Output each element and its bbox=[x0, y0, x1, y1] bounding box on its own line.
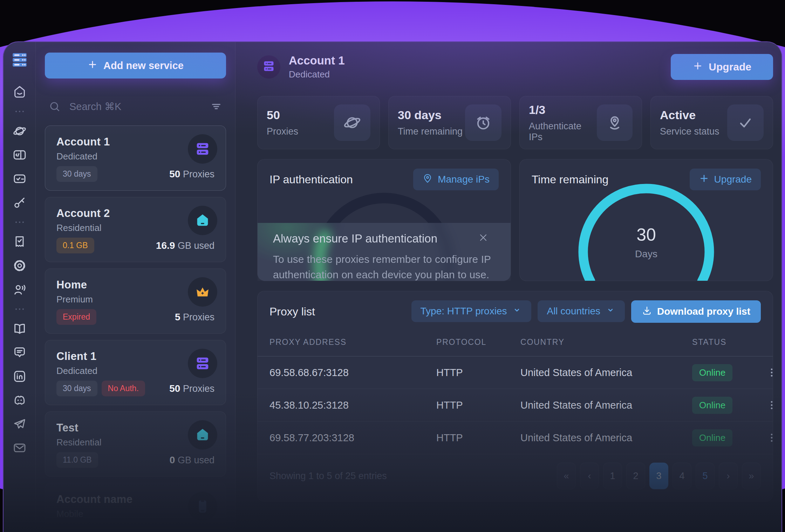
proxy-list-card: Proxy list Type: HTTP proxies All countr… bbox=[257, 291, 773, 502]
rail-item-linkedin[interactable] bbox=[12, 369, 28, 384]
protocol-cell: HTTP bbox=[436, 400, 520, 411]
country-filter-dropdown[interactable]: All countries bbox=[538, 300, 625, 322]
servers-purple-icon bbox=[262, 60, 275, 74]
status-badge: Online bbox=[692, 429, 732, 446]
pagination-page-button[interactable]: 3 bbox=[649, 463, 668, 489]
rail-item-email[interactable] bbox=[12, 441, 28, 456]
rail-item-ellipsis bbox=[12, 219, 28, 226]
discord-icon bbox=[13, 393, 27, 408]
linkedin-icon bbox=[13, 369, 27, 384]
rail-item-discord[interactable] bbox=[12, 393, 28, 408]
stat-value: Active bbox=[660, 108, 719, 122]
add-new-service-button[interactable]: Add new service bbox=[45, 53, 226, 79]
main-panel: Account 1 Dedicated Upgrade 50 Proxies 3… bbox=[235, 42, 781, 532]
service-badge: 0.1 GB bbox=[56, 238, 94, 253]
stat-label: Authenticate IPs bbox=[529, 121, 597, 143]
add-new-service-label: Add new service bbox=[103, 60, 184, 71]
type-filter-dropdown[interactable]: Type: HTTP proxies bbox=[411, 300, 532, 322]
plus-icon bbox=[692, 61, 703, 74]
manage-ips-button[interactable]: Manage iPs bbox=[413, 169, 499, 190]
upgrade-button[interactable]: Upgrade bbox=[671, 54, 773, 80]
service-badge: 30 days bbox=[56, 381, 97, 396]
proxy-address-cell: 69.58.77.203:3128 bbox=[258, 432, 436, 444]
stat-cards-row: 50 Proxies 30 days Time remaining 1/3 Au… bbox=[257, 96, 773, 149]
proxy-list-controls: Type: HTTP proxies All countries Downloa… bbox=[411, 300, 761, 323]
alarm-clock-icon bbox=[465, 104, 501, 141]
column-header: COUNTRY bbox=[520, 337, 692, 347]
rail-item-settings-gear[interactable] bbox=[12, 259, 28, 273]
proxy-address-cell: 45.38.10.25:3128 bbox=[258, 400, 436, 411]
search-icon bbox=[48, 100, 61, 113]
row-menu-button[interactable] bbox=[766, 367, 778, 378]
service-card[interactable]: Test Residential 11.0 GB0 GB used bbox=[45, 411, 226, 477]
task-check-icon bbox=[13, 172, 27, 187]
upgrade-small-button[interactable]: Upgrade bbox=[690, 169, 761, 190]
home-icon bbox=[13, 85, 27, 100]
ellipsis-icon bbox=[14, 216, 26, 229]
country-filter-label: All countries bbox=[547, 306, 600, 317]
close-notice-button[interactable] bbox=[478, 232, 489, 244]
ip-auth-notice-toast: Always ensure IP authentication To use t… bbox=[258, 223, 511, 281]
download-icon bbox=[642, 305, 652, 318]
rail-item-telegram[interactable] bbox=[12, 417, 28, 432]
phone-muted-icon bbox=[188, 492, 217, 521]
service-card[interactable]: Account name Mobile bbox=[45, 483, 226, 532]
pagination-page-button[interactable]: 5 bbox=[696, 463, 715, 489]
rail-item-code-panel[interactable] bbox=[12, 148, 28, 163]
rail-item-home[interactable] bbox=[12, 85, 28, 100]
rail-item-support-voice[interactable] bbox=[12, 282, 28, 297]
chevron-down-icon bbox=[605, 305, 616, 318]
pagination-nav-button[interactable]: ‹ bbox=[580, 463, 599, 489]
service-card[interactable]: Account 1 Dedicated 30 days50 Proxies bbox=[45, 125, 226, 191]
table-footer: Showing 1 to 5 of 25 entries «‹12345›» bbox=[258, 454, 773, 499]
service-card[interactable]: Account 2 Residential 0.1 GB16.9 GB used bbox=[45, 197, 226, 262]
ip-authentication-card: IP authentication Manage iPs Always ensu… bbox=[257, 159, 511, 281]
stat-value: 1/3 bbox=[529, 103, 597, 117]
crown-orange-icon bbox=[188, 277, 217, 307]
service-card[interactable]: Client 1 Dedicated 30 daysNo Auth.50 Pro… bbox=[45, 340, 226, 405]
rail-item-key[interactable] bbox=[12, 196, 28, 210]
rail-item-receipt-check[interactable] bbox=[12, 235, 28, 250]
row-menu-button[interactable] bbox=[766, 399, 778, 411]
account-avatar bbox=[257, 55, 280, 79]
proxy-address-cell: 69.58.68.67:3128 bbox=[258, 367, 436, 378]
planet-icon bbox=[13, 124, 27, 139]
email-icon bbox=[13, 441, 27, 456]
rail-item-chat-bubble[interactable] bbox=[12, 346, 28, 360]
time-remaining-card: Time remaining Upgrade 30 Days bbox=[519, 159, 773, 281]
pagination-page-button[interactable]: 2 bbox=[626, 463, 645, 489]
rail-item-docs-book[interactable] bbox=[12, 322, 28, 336]
settings-gear-icon bbox=[13, 259, 27, 274]
service-badge: 11.0 GB bbox=[56, 452, 98, 468]
pagination-nav-button[interactable]: « bbox=[557, 463, 576, 489]
rail-item-task-check[interactable] bbox=[12, 172, 28, 186]
type-filter-label: Type: HTTP proxies bbox=[421, 306, 507, 317]
pagination-page-button[interactable]: 4 bbox=[673, 463, 691, 489]
service-metric: 50 Proxies bbox=[169, 169, 214, 180]
service-card[interactable]: Home Premium Expired5 Proxies bbox=[45, 268, 226, 334]
close-icon bbox=[478, 239, 489, 244]
column-header: PROTOCOL bbox=[436, 337, 520, 347]
filter-button[interactable] bbox=[210, 100, 223, 113]
docs-book-icon bbox=[13, 322, 27, 337]
house-cyan-icon bbox=[188, 206, 217, 235]
search-input[interactable] bbox=[69, 101, 202, 112]
notice-body: To use these proxies remember to configu… bbox=[273, 252, 495, 281]
row-menu-button[interactable] bbox=[766, 432, 778, 444]
download-proxy-list-button[interactable]: Download proxy list bbox=[631, 300, 761, 323]
rail-item-planet[interactable] bbox=[12, 124, 28, 139]
key-icon bbox=[13, 196, 27, 211]
pagination-page-button[interactable]: 1 bbox=[603, 463, 622, 489]
left-rail bbox=[4, 42, 36, 532]
pagination-nav-button[interactable]: › bbox=[719, 463, 738, 489]
days-remaining-value: 30 bbox=[520, 225, 773, 245]
app-logo[interactable] bbox=[12, 50, 28, 70]
upgrade-small-label: Upgrade bbox=[714, 174, 752, 185]
ellipsis-icon bbox=[14, 303, 26, 316]
plus-icon bbox=[699, 173, 709, 186]
proxy-list-title: Proxy list bbox=[269, 305, 315, 318]
pagination-nav-button[interactable]: » bbox=[742, 463, 761, 489]
gauge-row: IP authentication Manage iPs Always ensu… bbox=[257, 159, 773, 281]
rail-item-ellipsis bbox=[12, 109, 28, 115]
pagination: «‹12345›» bbox=[557, 463, 761, 489]
